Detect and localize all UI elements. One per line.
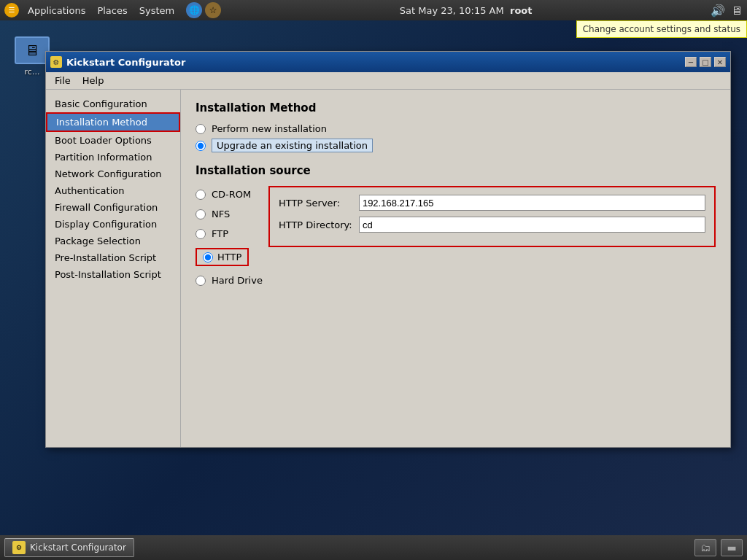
http-server-row: HTTP Server: bbox=[279, 195, 705, 211]
http-radio-box: HTTP bbox=[196, 248, 249, 266]
taskbar-app-label: Kickstart Configurator bbox=[30, 542, 126, 553]
datetime-display: Sat May 23, 10:15 AM root bbox=[400, 5, 533, 16]
taskbar-top: ☰ Applications Places System 🌐 ☆ Sat May… bbox=[0, 0, 747, 20]
ftp-label: FTP bbox=[212, 228, 228, 239]
upgrade-existing-label: Upgrade an existing installation bbox=[212, 139, 373, 152]
sidebar-item-pre-install[interactable]: Pre-Installation Script bbox=[46, 249, 180, 266]
taskbar-app-icon: ⚙ bbox=[12, 541, 26, 554]
perform-new-radio[interactable] bbox=[196, 124, 206, 134]
network-icon: 🌐 bbox=[186, 2, 202, 18]
menubar: File Help bbox=[46, 72, 730, 90]
upgrade-existing-radio-item[interactable]: Upgrade an existing installation bbox=[196, 139, 716, 152]
desktop-icon[interactable]: 🖥 rc... bbox=[15, 36, 50, 77]
http-server-input[interactable] bbox=[359, 195, 705, 211]
ftp-radio-item[interactable]: FTP bbox=[196, 228, 263, 239]
window-content: Basic Configuration Installation Method … bbox=[46, 90, 730, 447]
taskbar-terminal-button[interactable]: ▬ bbox=[721, 539, 743, 556]
installation-source-title: Installation source bbox=[196, 164, 716, 177]
user-label: root bbox=[510, 5, 533, 16]
perform-new-label: Perform new installation bbox=[212, 123, 327, 134]
screen-icon[interactable]: 🖥 bbox=[731, 4, 743, 18]
harddrive-label: Hard Drive bbox=[212, 275, 263, 286]
sidebar-item-network[interactable]: Network Configuration bbox=[46, 166, 180, 182]
installation-source-section: Installation source CD-ROM NFS bbox=[196, 164, 716, 290]
sidebar-item-installation-method[interactable]: Installation Method bbox=[46, 112, 180, 132]
terminal-icon: ▬ bbox=[727, 542, 736, 553]
file-menu[interactable]: File bbox=[49, 74, 77, 88]
sidebar-item-firewall[interactable]: Firewall Configuration bbox=[46, 199, 180, 216]
file-manager-icon: 🗂 bbox=[700, 542, 711, 553]
source-layout: CD-ROM NFS FTP H bbox=[196, 186, 716, 290]
main-panel: Installation Method Perform new installa… bbox=[181, 90, 730, 447]
http-server-label: HTTP Server: bbox=[279, 198, 359, 209]
window-controls: − □ ✕ bbox=[685, 57, 726, 67]
cdrom-radio-item[interactable]: CD-ROM bbox=[196, 189, 263, 200]
http-label: HTTP bbox=[217, 252, 241, 262]
sidebar-item-package[interactable]: Package Selection bbox=[46, 233, 180, 249]
desktop-icon-label: rc... bbox=[25, 67, 40, 77]
bookmark-icon: ☆ bbox=[205, 2, 221, 18]
sidebar-item-boot-loader[interactable]: Boot Loader Options bbox=[46, 132, 180, 149]
harddrive-radio[interactable] bbox=[196, 276, 206, 286]
http-radio[interactable] bbox=[203, 252, 213, 262]
restore-button[interactable]: □ bbox=[700, 57, 711, 67]
http-directory-row: HTTP Directory: bbox=[279, 217, 705, 233]
taskbar-top-right: 🔊 🖥 bbox=[711, 4, 743, 18]
perform-new-radio-item[interactable]: Perform new installation bbox=[196, 123, 716, 134]
upgrade-existing-radio[interactable] bbox=[196, 141, 206, 151]
nfs-label: NFS bbox=[212, 209, 230, 219]
taskbar-file-manager-button[interactable]: 🗂 bbox=[694, 539, 716, 556]
nfs-radio[interactable] bbox=[196, 209, 206, 219]
taskbar-bottom: ⚙ Kickstart Configurator 🗂 ▬ bbox=[0, 535, 747, 560]
cdrom-label: CD-ROM bbox=[212, 189, 251, 200]
desktop-icon-image: 🖥 bbox=[15, 36, 50, 64]
harddrive-radio-item[interactable]: Hard Drive bbox=[196, 275, 263, 286]
window-icon: ⚙ bbox=[50, 56, 62, 68]
tooltip-bubble: Change account settings and status bbox=[576, 20, 747, 38]
taskbar-bottom-right: 🗂 ▬ bbox=[694, 539, 743, 556]
source-radio-column: CD-ROM NFS FTP H bbox=[196, 186, 263, 290]
sidebar-item-authentication[interactable]: Authentication bbox=[46, 182, 180, 199]
close-button[interactable]: ✕ bbox=[714, 57, 726, 67]
sidebar: Basic Configuration Installation Method … bbox=[46, 90, 181, 447]
window-titlebar[interactable]: ⚙ Kickstart Configurator − □ ✕ bbox=[46, 52, 730, 72]
http-radio-item[interactable]: HTTP bbox=[196, 248, 263, 266]
http-fields-panel: HTTP Server: HTTP Directory: bbox=[268, 186, 716, 247]
kickstart-window: ⚙ Kickstart Configurator − □ ✕ File Help… bbox=[45, 51, 731, 448]
http-directory-input[interactable] bbox=[359, 217, 705, 233]
cdrom-radio[interactable] bbox=[196, 190, 206, 200]
nfs-radio-item[interactable]: NFS bbox=[196, 209, 263, 219]
installation-type-group: Perform new installation Upgrade an exis… bbox=[196, 123, 716, 152]
taskbar-app-button[interactable]: ⚙ Kickstart Configurator bbox=[4, 538, 134, 557]
applications-icon: ☰ bbox=[4, 3, 19, 18]
sidebar-item-post-install[interactable]: Post-Installation Script bbox=[46, 266, 180, 283]
volume-icon[interactable]: 🔊 bbox=[711, 4, 725, 18]
applications-menu[interactable]: Applications bbox=[23, 4, 90, 18]
sidebar-item-display[interactable]: Display Configuration bbox=[46, 216, 180, 233]
minimize-button[interactable]: − bbox=[685, 57, 697, 67]
places-menu[interactable]: Places bbox=[93, 4, 131, 18]
help-menu[interactable]: Help bbox=[77, 74, 110, 88]
installation-method-title: Installation Method bbox=[196, 101, 716, 114]
taskbar-top-left: ☰ Applications Places System 🌐 ☆ bbox=[4, 2, 221, 18]
ftp-radio[interactable] bbox=[196, 229, 206, 239]
sidebar-item-basic[interactable]: Basic Configuration bbox=[46, 96, 180, 112]
system-menu[interactable]: System bbox=[135, 4, 179, 18]
http-directory-label: HTTP Directory: bbox=[279, 219, 359, 230]
window-title: Kickstart Configurator bbox=[66, 57, 185, 68]
sidebar-item-partition[interactable]: Partition Information bbox=[46, 149, 180, 166]
